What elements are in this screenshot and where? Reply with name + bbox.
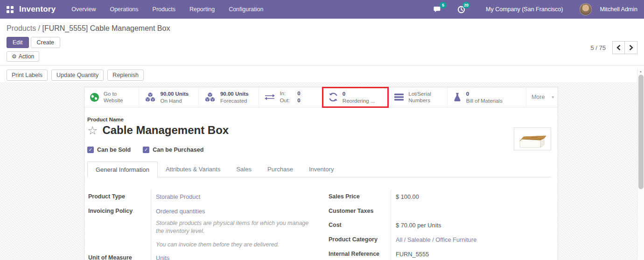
apps-menu-icon[interactable]: [7, 6, 14, 13]
internal-reference-label: Internal Reference: [328, 247, 391, 260]
bom-text: 0Bill of Materials: [466, 90, 503, 105]
edit-button[interactable]: Edit: [7, 37, 29, 48]
chevron-left-icon: [616, 45, 621, 50]
in-out-button[interactable]: In:0 Out:0: [259, 87, 322, 107]
customer-taxes-value[interactable]: [391, 204, 551, 218]
menu-overview[interactable]: Overview: [71, 6, 96, 13]
menu-operations[interactable]: Operations: [110, 6, 138, 13]
chevron-down-icon: ▾: [552, 95, 554, 99]
product-title: Cable Management Box: [102, 124, 229, 137]
more-dropdown-button[interactable]: More ▾: [526, 87, 558, 107]
action-menu-button[interactable]: ⚙Action: [7, 51, 39, 62]
flask-icon: [453, 92, 462, 102]
action-row: ⚙Action: [7, 51, 637, 62]
product-form-sheet: Go toWebsite 90.00 UnitsOn Hand 90.00 Un…: [84, 87, 558, 260]
product-category-label: Product Category: [328, 232, 391, 247]
product-type-label: Product Type: [87, 190, 151, 204]
update-quantity-button[interactable]: Update Quantity: [51, 70, 104, 81]
field-customer-taxes: Customer Taxes: [328, 204, 551, 218]
control-panel: Products / [FURN_5555] Cable Management …: [0, 19, 644, 66]
on-hand-text: 90.00 UnitsOn Hand: [161, 90, 189, 105]
activities-badge: 20: [462, 2, 470, 8]
breadcrumb-products-link[interactable]: Products: [7, 24, 36, 32]
field-sales-price: Sales Price $ 100.00: [328, 190, 551, 204]
on-hand-button[interactable]: 90.00 UnitsOn Hand: [139, 87, 199, 107]
gear-icon: ⚙: [12, 53, 17, 60]
product-image[interactable]: [514, 127, 551, 150]
bill-of-materials-button[interactable]: 0Bill of Materials: [448, 87, 526, 107]
reordering-rules-button[interactable]: 0Reordering ...: [323, 87, 389, 107]
form-left-column: Product Type Storable Product Invoicing …: [87, 190, 311, 260]
print-labels-button[interactable]: Print Labels: [7, 70, 48, 81]
can-be-sold-checkbox[interactable]: ✓ Can be Sold: [87, 147, 131, 153]
action-label: Action: [19, 53, 34, 60]
company-switcher[interactable]: My Company (San Francisco): [486, 6, 563, 13]
forecasted-text: 90.00 UnitsForecasted: [220, 90, 249, 105]
tab-attributes-variants[interactable]: Attributes & Variants: [158, 162, 229, 177]
chevron-right-icon: [629, 45, 633, 50]
favorite-star-icon[interactable]: ☆: [87, 125, 98, 136]
replenish-button[interactable]: Replenish: [107, 70, 144, 81]
breadcrumb-current: [FURN_5555] Cable Management Box: [42, 24, 170, 32]
sales-price-value[interactable]: $ 100.00: [391, 190, 551, 204]
field-product-type: Product Type Storable Product: [87, 190, 311, 204]
cubes-icon: [144, 92, 156, 102]
more-label: More: [532, 94, 545, 100]
menu-reporting[interactable]: Reporting: [189, 6, 215, 13]
in-out-values: In:0 Out:0: [280, 90, 300, 104]
checkbox-checked-icon: ✓: [87, 147, 94, 153]
unit-of-measure-label: Unit of Measure: [87, 251, 151, 260]
user-avatar[interactable]: [580, 3, 592, 15]
messages-badge: 5: [440, 2, 447, 8]
forecasted-button[interactable]: 90.00 UnitsForecasted: [199, 87, 259, 107]
unit-of-measure-value[interactable]: Units: [151, 251, 311, 260]
field-internal-reference: Internal Reference FURN_5555: [328, 247, 551, 260]
odoo-inventory-product-page: { "navbar": { "app_name": "Inventory", "…: [0, 0, 644, 260]
general-information-form: Product Type Storable Product Invoicing …: [87, 190, 551, 260]
sales-price-label: Sales Price: [328, 190, 391, 204]
field-unit-of-measure: Unit of Measure Units: [87, 251, 311, 260]
reordering-text: 0Reordering ...: [343, 90, 375, 105]
box-illustration: [517, 130, 548, 148]
transfer-arrows-icon: [264, 93, 275, 101]
messages-icon[interactable]: 5: [432, 4, 444, 15]
lot-serial-numbers-button[interactable]: Lot/SerialNumbers: [389, 87, 447, 107]
help-text-line-2: You can invoice them before they are del…: [156, 241, 309, 249]
tab-sales[interactable]: Sales: [228, 162, 259, 177]
go-to-website-button[interactable]: Go toWebsite: [84, 87, 139, 107]
scroll-up-arrow-icon[interactable]: ▲: [637, 69, 644, 74]
field-invoicing-policy: Invoicing Policy Ordered quantities: [87, 204, 311, 218]
internal-reference-value[interactable]: FURN_5555: [391, 247, 551, 260]
product-type-value[interactable]: Storable Product: [151, 190, 311, 204]
can-be-purchased-label: Can be Purchased: [153, 147, 203, 153]
invoicing-policy-help: Storable products are physical items for…: [87, 218, 311, 251]
activities-icon[interactable]: 20: [455, 4, 467, 15]
cubes-icon: [204, 92, 216, 102]
customer-taxes-label: Customer Taxes: [328, 204, 391, 218]
scrollbar-thumb[interactable]: [638, 75, 644, 189]
help-text-line-1: Storable products are physical items for…: [156, 219, 309, 235]
lot-serial-label: Lot/SerialNumbers: [408, 91, 431, 104]
app-name[interactable]: Inventory: [19, 5, 56, 14]
stat-button-row: Go toWebsite 90.00 UnitsOn Hand 90.00 Un…: [84, 87, 558, 107]
pager-next-button[interactable]: [625, 41, 637, 54]
create-button[interactable]: Create: [31, 37, 61, 48]
pager: 5 / 75: [590, 41, 637, 54]
can-be-purchased-checkbox[interactable]: ✓ Can be Purchased: [143, 147, 203, 153]
user-menu[interactable]: Mitchell Admin: [600, 6, 637, 13]
vertical-scrollbar[interactable]: ▲: [637, 69, 644, 260]
tab-purchase[interactable]: Purchase: [259, 162, 301, 177]
menu-products[interactable]: Products: [153, 6, 175, 13]
product-category-value[interactable]: All / Saleable / Office Furniture: [391, 232, 551, 247]
sheet-body: Product Name ☆ Cable Management Box ✓ Ca…: [84, 107, 558, 260]
content-area: Go toWebsite 90.00 UnitsOn Hand 90.00 Un…: [0, 82, 637, 260]
invoicing-policy-label: Invoicing Policy: [87, 204, 151, 218]
invoicing-policy-value[interactable]: Ordered quantities: [151, 204, 311, 218]
view-action-buttons: Print Labels Update Quantity Replenish: [0, 66, 644, 84]
tab-inventory[interactable]: Inventory: [301, 162, 342, 177]
pager-previous-button[interactable]: [612, 41, 625, 54]
cost-value[interactable]: $ 70.00 per Units: [391, 218, 551, 232]
menu-configuration[interactable]: Configuration: [229, 6, 263, 13]
tab-general-information[interactable]: General Information: [87, 162, 158, 177]
systray: 5 20 My Company (San Francisco) Mitchell…: [432, 3, 637, 15]
